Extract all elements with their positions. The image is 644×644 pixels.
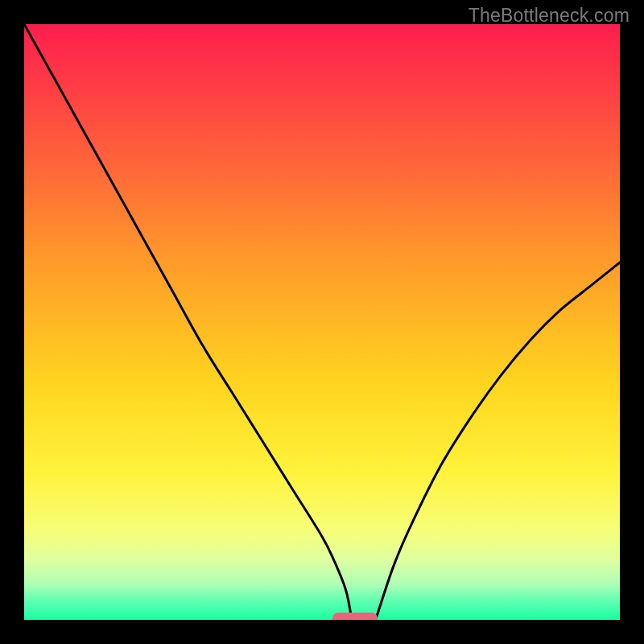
- plot-area: [24, 24, 620, 620]
- chart-frame: TheBottleneck.com: [0, 0, 644, 644]
- bottleneck-curve: [24, 24, 620, 620]
- left-curve-path: [24, 24, 352, 620]
- watermark-text: TheBottleneck.com: [469, 5, 630, 27]
- right-curve-path: [376, 262, 620, 620]
- bottleneck-marker: [332, 613, 378, 620]
